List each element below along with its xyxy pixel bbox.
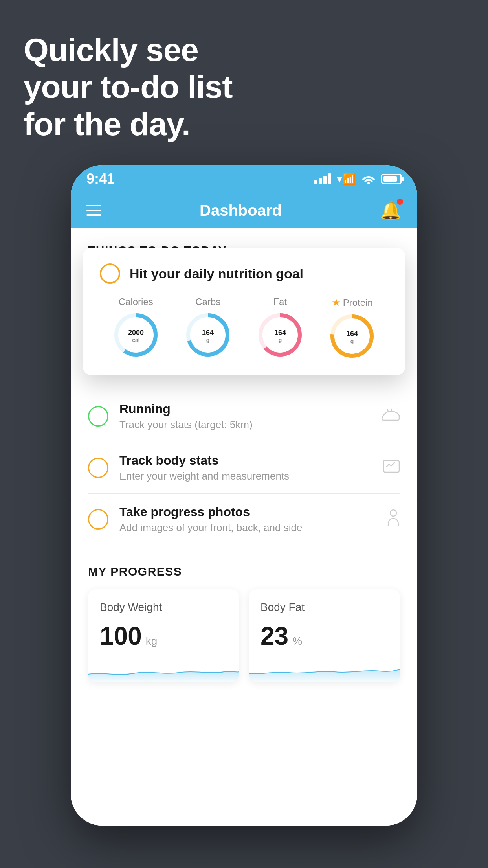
status-bar: 9:41 ▾📶 [71, 165, 417, 193]
status-icons: ▾📶 [314, 173, 402, 186]
nutrition-card[interactable]: Hit your daily nutrition goal Calories 2… [83, 248, 405, 375]
progress-cards: Body Weight 100 kg [88, 589, 400, 682]
nutrition-card-title: Hit your daily nutrition goal [130, 266, 303, 281]
nutrition-item-protein: ★ Protein 164 g [328, 296, 376, 360]
wifi-icon: ▾📶 [337, 173, 356, 186]
notification-button[interactable]: 🔔 [380, 200, 402, 221]
todo-item-running[interactable]: Running Track your stats (target: 5km) [88, 391, 400, 442]
nav-bar: Dashboard 🔔 [71, 193, 417, 228]
body-fat-card[interactable]: Body Fat 23 % [249, 589, 400, 682]
todo-text-photos: Take progress photos Add images of your … [119, 505, 376, 534]
body-fat-chart [249, 658, 400, 682]
todo-item-body-stats[interactable]: Track body stats Enter your weight and m… [88, 442, 400, 494]
body-weight-value: 100 [100, 622, 142, 651]
progress-header: MY PROGRESS [88, 565, 400, 578]
svg-text:164: 164 [274, 329, 286, 337]
todo-circle-running [88, 406, 108, 427]
todo-item-progress-photos[interactable]: Take progress photos Add images of your … [88, 494, 400, 545]
svg-text:cal: cal [132, 337, 139, 343]
fat-circle: 164 g [257, 311, 304, 359]
protein-label-row: ★ Protein [332, 296, 373, 309]
menu-button[interactable] [86, 205, 101, 216]
todo-circle-photos [88, 509, 108, 530]
nutrition-item-carbs: Carbs 164 g [184, 296, 231, 359]
running-subtitle: Track your stats (target: 5km) [119, 419, 370, 431]
svg-text:164: 164 [346, 330, 358, 338]
todo-text-body-stats: Track body stats Enter your weight and m… [119, 453, 372, 482]
body-fat-unit: % [292, 635, 302, 647]
svg-text:g: g [278, 337, 282, 343]
todo-list: Running Track your stats (target: 5km) T… [71, 391, 417, 545]
calories-label: Calories [119, 296, 153, 307]
scale-icon [383, 459, 400, 477]
carbs-circle: 164 g [184, 311, 231, 359]
fat-label: Fat [273, 296, 287, 307]
nutrition-circles: Calories 2000 cal Carbs 164 g [100, 296, 388, 360]
svg-point-18 [390, 510, 396, 516]
nav-title: Dashboard [200, 202, 282, 219]
protein-circle: 164 g [328, 313, 376, 360]
star-icon: ★ [332, 296, 341, 309]
svg-point-0 [367, 182, 370, 184]
photos-title: Take progress photos [119, 505, 376, 519]
card-title-row: Hit your daily nutrition goal [100, 263, 388, 284]
body-stats-title: Track body stats [119, 453, 372, 468]
svg-text:164: 164 [202, 329, 214, 337]
headline: Quickly see your to-do list for the day. [24, 31, 233, 143]
content-area: THINGS TO DO TODAY Hit your daily nutrit… [71, 228, 417, 826]
todo-circle-body-stats [88, 458, 108, 478]
body-stats-subtitle: Enter your weight and measurements [119, 470, 372, 482]
phone-frame: 9:41 ▾📶 Dashboard 🔔 [71, 165, 417, 826]
todo-text-running: Running Track your stats (target: 5km) [119, 402, 370, 431]
body-weight-unit: kg [146, 635, 158, 647]
svg-text:2000: 2000 [128, 329, 144, 337]
body-weight-value-row: 100 kg [100, 622, 227, 651]
calories-circle: 2000 cal [112, 311, 160, 359]
body-fat-title: Body Fat [261, 601, 388, 614]
battery-icon [381, 174, 402, 184]
carbs-label: Carbs [195, 296, 220, 307]
body-weight-chart [88, 658, 239, 682]
status-time: 9:41 [86, 171, 115, 187]
svg-text:g: g [350, 338, 354, 344]
photos-subtitle: Add images of your front, back, and side [119, 522, 376, 534]
body-weight-card[interactable]: Body Weight 100 kg [88, 589, 239, 682]
wifi-icon [361, 174, 376, 184]
person-icon [387, 509, 400, 530]
running-title: Running [119, 402, 370, 416]
shoe-icon [381, 408, 400, 425]
body-fat-value: 23 [261, 622, 288, 651]
nutrition-item-calories: Calories 2000 cal [112, 296, 160, 359]
progress-section: MY PROGRESS Body Weight 100 kg [71, 545, 417, 682]
todo-circle-nutrition [100, 263, 120, 284]
svg-text:g: g [206, 337, 210, 343]
body-weight-title: Body Weight [100, 601, 227, 614]
body-fat-value-row: 23 % [261, 622, 388, 651]
nutrition-item-fat: Fat 164 g [257, 296, 304, 359]
notification-dot [397, 199, 403, 205]
signal-icon [314, 173, 331, 184]
protein-label: Protein [343, 297, 373, 308]
